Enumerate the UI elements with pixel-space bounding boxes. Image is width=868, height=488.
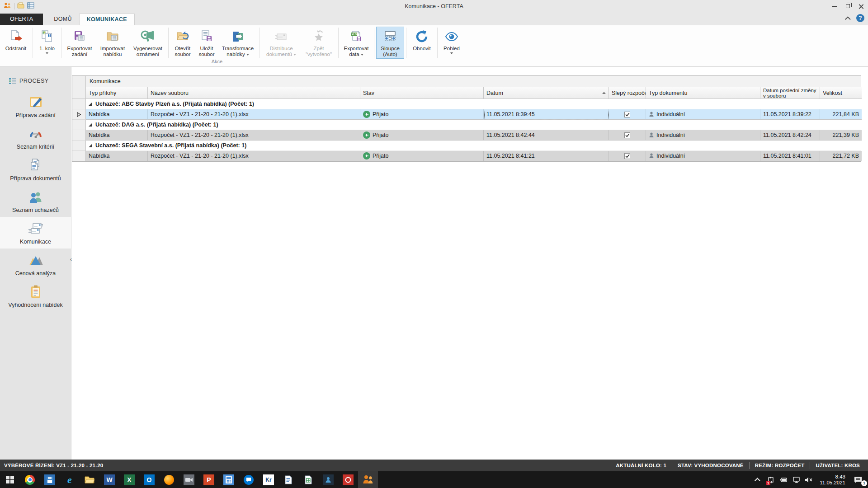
communication-envelopes-icon — [28, 221, 44, 236]
taskbar-explorer[interactable] — [80, 471, 99, 488]
taskbar-chat-app[interactable] — [239, 471, 259, 488]
table-row[interactable]: Nabídka Rozpočet - VZ1 - 21-20 - 21-20 (… — [72, 109, 861, 120]
taskbar-person-app[interactable] — [318, 471, 338, 488]
taskbar-oferta-active[interactable] — [358, 471, 378, 488]
grid-view-quick-icon[interactable] — [27, 2, 34, 10]
sidebar-item-vyhodnoceni-nabidek[interactable]: Vyhodnocení nabídek — [0, 280, 71, 312]
importovat-nabidku-button[interactable]: Importovat nabídku — [96, 27, 129, 59]
odstranit-button[interactable]: Odstranit — [1, 27, 31, 59]
taskbar-excel[interactable]: X — [119, 471, 139, 488]
vygenerovat-oznameni-button[interactable]: Vygenerovat oznámení — [129, 27, 166, 59]
power-tray-icon[interactable] — [778, 474, 789, 486]
sidebar-item-komunikace[interactable]: Komunikace — [0, 217, 71, 249]
exportovat-zadani-button[interactable]: Exportovat zadání — [63, 27, 96, 59]
obnovit-button[interactable]: Obnovit — [408, 27, 435, 59]
collapse-ribbon-icon[interactable] — [847, 16, 851, 20]
taskbar-green-doc[interactable] — [298, 471, 318, 488]
sidebar-item-seznam-uchazecu[interactable]: Seznam uchazečů — [0, 185, 71, 217]
group-row[interactable]: Uchazeč: ABC Stavby Plzeň a.s. (Přijatá … — [72, 99, 861, 109]
sidebar-item-label: Seznam kritérií — [17, 144, 54, 150]
column-header-velikost[interactable]: Velikost — [820, 87, 862, 99]
ulozit-soubor-button[interactable]: Uložit soubor — [195, 27, 218, 59]
sync-app-tray-icon[interactable]: 1 — [765, 474, 776, 486]
sidebar-collapse-button[interactable]: ‹ — [68, 253, 74, 265]
cell-datum-zmeny: 11.05.2021 8:39:22 — [760, 109, 820, 120]
taskbar-calculator[interactable] — [219, 471, 239, 488]
taskbar-powerpoint[interactable]: P — [199, 471, 219, 488]
table-row[interactable]: Nabídka Rozpočet - VZ1 - 21-20 - 21-20 (… — [72, 151, 861, 161]
taskbar-outlook[interactable]: O — [139, 471, 159, 488]
dropdown-arrow-icon — [293, 54, 296, 56]
app-window: Komunikace - OFERTA OFERTA DOMŮ KOMUNIKA… — [0, 0, 868, 488]
column-header-datum-posledni-zmeny[interactable]: Datum poslední změny v souboru — [760, 87, 820, 99]
column-header-datum[interactable]: Datum — [484, 87, 609, 99]
column-header-nazev-souboru[interactable]: Název souboru — [148, 87, 360, 99]
cell-typ-prilohy: Nabídka — [86, 109, 148, 120]
status-selection: VÝBĚROVÉ ŘÍZENÍ: VZ1 - 21-20 - 21-20 — [0, 463, 103, 468]
exportovat-data-button[interactable]: XLS Exportovat data — [340, 27, 372, 59]
sloupce-auto-button[interactable]: Sloupce (Auto) — [376, 27, 404, 59]
column-header-typ-prilohy[interactable]: Typ přílohy — [86, 87, 148, 99]
tray-badge: 1 — [766, 481, 770, 485]
column-header-typ-dokumentu[interactable]: Typ dokumentu — [646, 87, 760, 99]
start-button[interactable] — [0, 471, 20, 488]
taskbar-kros[interactable]: Kr — [259, 471, 278, 488]
round-pages-icon: 12 — [40, 28, 54, 45]
row-indicator-cell — [72, 151, 86, 161]
sidebar-item-priprava-zadani[interactable]: Příprava zadání — [0, 90, 71, 122]
otevrit-soubor-button[interactable]: Otevřít soubor — [170, 27, 195, 59]
volume-muted-tray-icon[interactable] — [803, 474, 814, 486]
sidebar-item-priprava-dokumentu[interactable]: Příprava dokumentů — [0, 154, 71, 185]
sidebar-item-cenova-analyza[interactable]: Cenová analýza — [0, 249, 71, 280]
dropdown-arrow-icon — [450, 52, 453, 54]
eye-icon — [444, 28, 459, 45]
hidden-icons-chevron[interactable] — [753, 474, 764, 486]
pohled-button[interactable]: Pohled — [439, 27, 464, 59]
column-header-stav[interactable]: Stav — [360, 87, 484, 99]
powerpoint-icon: P — [203, 474, 214, 485]
taskbar-clock[interactable]: 8:43 11.05.2021 — [816, 474, 849, 486]
checkbox-checked[interactable] — [624, 153, 630, 159]
taskbar: e W X O P Kr 1 8:43 11.05.2021 — [0, 471, 868, 488]
ribbon-button-label: 1. kolo — [39, 46, 55, 52]
taskbar-save-app[interactable] — [40, 471, 60, 488]
tab-komunikace[interactable]: KOMUNIKACE — [79, 14, 135, 25]
checkbox-checked[interactable] — [624, 112, 630, 117]
ribbon-separator — [33, 28, 33, 58]
column-header-slepy-rozpocet[interactable]: Slepý rozpočet — [609, 87, 646, 99]
restore-button[interactable] — [841, 0, 854, 12]
tab-domu[interactable]: DOMŮ — [47, 14, 79, 25]
status-received-icon — [363, 111, 370, 118]
transformace-nabidky-button[interactable]: Transformace nabídky — [218, 27, 257, 59]
taskbar-firefox[interactable] — [159, 471, 179, 488]
distribuce-dokumentu-button: Distribuce dokumentů — [261, 27, 301, 59]
action-center-button[interactable]: 1 — [851, 474, 865, 486]
chat-app-icon — [244, 475, 254, 485]
network-tray-icon[interactable] — [791, 474, 802, 486]
cell-velikost: 221,84 KB — [820, 109, 862, 120]
grid-header-row: Typ přílohy Název souboru Stav Datum Sle… — [72, 87, 861, 99]
taskbar-chrome[interactable] — [20, 471, 40, 488]
tab-oferta[interactable]: OFERTA — [0, 14, 43, 25]
minimize-button[interactable] — [827, 0, 841, 12]
close-button[interactable] — [854, 0, 868, 12]
communication-grid: Komunikace Typ přílohy Název souboru Sta… — [72, 75, 861, 162]
kolo-button[interactable]: 12 1. kolo — [35, 27, 59, 59]
taskbar-blue-doc[interactable] — [278, 471, 298, 488]
sidebar-item-label: Příprava zadání — [15, 112, 55, 118]
group-row[interactable]: Uchazeč: SEGA Stavební a.s. (Přijatá nab… — [72, 141, 861, 151]
taskbar-red-app[interactable] — [338, 471, 358, 488]
help-button[interactable]: ? — [856, 14, 864, 22]
checkbox-checked[interactable] — [624, 132, 630, 138]
table-row[interactable]: Nabídka Rozpočet - VZ1 - 21-20 - 21-20 (… — [72, 130, 861, 141]
taskbar-ie[interactable]: e — [60, 471, 80, 488]
taskbar-camera-app[interactable] — [179, 471, 199, 488]
red-app-icon — [343, 474, 354, 485]
sidebar-item-seznam-kriterii[interactable]: Seznam kritérií — [0, 122, 71, 154]
person-icon — [649, 132, 654, 138]
svg-text:1: 1 — [43, 31, 45, 34]
folder-quick-icon[interactable] — [17, 2, 24, 10]
criteria-gauge-icon — [28, 126, 43, 141]
group-row[interactable]: Uchazeč: DAG a.s. (Přijatá nabídka) (Poč… — [72, 120, 861, 130]
taskbar-word[interactable]: W — [99, 471, 119, 488]
